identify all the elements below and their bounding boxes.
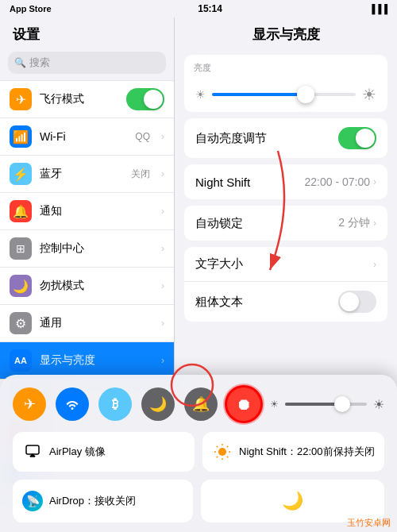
bold-text-row[interactable]: 粗体文本 xyxy=(184,282,387,322)
cc-brightness-area: ☀ ☀ xyxy=(270,397,384,412)
cc-icon-row: ✈ ₿ 🌙 🔔 ⏺ ☀ ☀ xyxy=(13,387,384,421)
search-bar[interactable]: 🔍 搜索 xyxy=(8,52,166,74)
search-placeholder: 搜索 xyxy=(29,56,50,70)
control-icon: ⊞ xyxy=(10,237,32,260)
cc-brightness-low-icon: ☀ xyxy=(270,399,279,410)
status-bar: App Store 15:14 ▐▐▐ xyxy=(0,0,397,17)
night-shift-row[interactable]: Night Shift 22:00 - 07:00 › xyxy=(184,164,387,199)
bluetooth-icon: ⚡ xyxy=(10,163,32,185)
moon-icon: 🌙 xyxy=(282,491,303,511)
sidebar-title: 设置 xyxy=(0,17,174,48)
cc-airplane-btn[interactable]: ✈ xyxy=(13,387,46,421)
sidebar-label-wifi: Wi-Fi xyxy=(40,130,127,143)
cc-bell-btn[interactable]: 🔔 xyxy=(184,387,218,421)
svg-point-3 xyxy=(218,448,226,456)
wifi-icon: 📶 xyxy=(10,125,32,148)
cc-nightshift-label: Night Shift：22:00前保持关闭 xyxy=(239,445,375,459)
airdrop-icon: 📡 xyxy=(22,491,43,511)
sidebar-item-wifi[interactable]: 📶 Wi-Fi QQ › xyxy=(0,118,174,156)
cc-brightness-slider[interactable] xyxy=(285,403,367,406)
brightness-low-icon: ☀ xyxy=(195,88,206,101)
status-right: ▐▐▐ xyxy=(369,4,387,13)
cc-nightshift-btn[interactable]: Night Shift：22:00前保持关闭 xyxy=(202,432,384,472)
cc-moon-btn-bottom[interactable]: 🌙 xyxy=(201,480,384,522)
donotdisturb-icon: 🌙 xyxy=(10,275,32,297)
cc-buttons-row-top: AirPlay 镜像 Night Shift：22:00前保持关闭 xyxy=(13,432,384,472)
sidebar-label-donotdisturb: 勿扰模式 xyxy=(40,279,150,293)
text-size-chevron: › xyxy=(373,259,376,270)
auto-lock-row[interactable]: 自动锁定 2 分钟 › xyxy=(184,206,387,241)
notifications-icon: 🔔 xyxy=(10,200,32,222)
sidebar-label-airplane: 飞行模式 xyxy=(40,92,118,106)
text-size-label: 文字大小 xyxy=(195,256,370,272)
sidebar-label-bluetooth: 蓝牙 xyxy=(40,167,123,181)
sidebar-item-display[interactable]: AA 显示与亮度 › xyxy=(0,342,174,380)
brightness-section-label: 亮度 xyxy=(184,55,387,77)
nightshift-icon xyxy=(212,441,233,462)
auto-lock-value: 2 分钟 xyxy=(338,216,370,230)
general-chevron: › xyxy=(161,318,164,329)
brightness-slider[interactable] xyxy=(212,93,356,96)
bluetooth-chevron: › xyxy=(161,168,164,179)
auto-brightness-group: 自动亮度调节 xyxy=(184,118,387,158)
display-icon: AA xyxy=(10,349,32,372)
night-shift-label: Night Shift xyxy=(195,175,304,189)
cc-airdrop-label: AirDrop：接收关闭 xyxy=(49,494,136,508)
auto-brightness-row[interactable]: 自动亮度调节 xyxy=(184,118,387,158)
donotdisturb-chevron: › xyxy=(161,280,164,291)
night-shift-chevron: › xyxy=(373,176,376,187)
cc-brightness-high-icon: ☀ xyxy=(373,397,384,412)
brightness-group: 亮度 ☀ ☀ xyxy=(184,55,387,112)
cc-record-btn[interactable]: ⏺ xyxy=(227,387,260,421)
cc-airplay-btn[interactable]: AirPlay 镜像 xyxy=(13,432,195,472)
text-group: 文字大小 › 粗体文本 xyxy=(184,247,387,322)
svg-rect-2 xyxy=(26,445,39,454)
sidebar-label-notifications: 通知 xyxy=(40,204,150,218)
general-icon: ⚙ xyxy=(10,312,32,334)
search-icon: 🔍 xyxy=(14,57,26,68)
notifications-chevron: › xyxy=(161,206,164,217)
night-shift-value: 22:00 - 07:00 xyxy=(304,175,370,188)
airplay-icon xyxy=(22,441,43,462)
wifi-chevron: › xyxy=(161,131,164,142)
bold-text-toggle[interactable] xyxy=(338,291,376,313)
panel-title: 显示与亮度 xyxy=(175,17,397,48)
sidebar-item-control[interactable]: ⊞ 控制中心 › xyxy=(0,230,174,268)
bold-text-label: 粗体文本 xyxy=(195,295,338,310)
wifi-value: QQ xyxy=(135,131,150,142)
watermark: 玉竹安卓网 xyxy=(347,517,391,529)
airplane-icon: ✈ xyxy=(10,88,32,110)
sidebar-label-display: 显示与亮度 xyxy=(40,353,150,368)
sidebar-item-airplane[interactable]: ✈ 飞行模式 xyxy=(0,80,174,118)
sidebar-item-donotdisturb[interactable]: 🌙 勿扰模式 › xyxy=(0,268,174,305)
text-size-row[interactable]: 文字大小 › xyxy=(184,247,387,282)
cc-moon-btn[interactable]: 🌙 xyxy=(141,387,175,421)
control-chevron: › xyxy=(161,243,164,254)
night-shift-group: Night Shift 22:00 - 07:00 › xyxy=(184,164,387,199)
auto-lock-chevron: › xyxy=(373,218,376,229)
auto-brightness-toggle[interactable] xyxy=(338,127,376,149)
auto-brightness-label: 自动亮度调节 xyxy=(195,131,338,146)
sidebar-item-notifications[interactable]: 🔔 通知 › xyxy=(0,193,174,230)
control-center-overlay: ✈ ₿ 🌙 🔔 ⏺ ☀ ☀ xyxy=(0,375,397,532)
status-time: 15:14 xyxy=(198,3,222,14)
battery-indicator: ▐▐▐ xyxy=(369,4,387,13)
sidebar-item-bluetooth[interactable]: ⚡ 蓝牙 关闭 › xyxy=(0,156,174,193)
cc-airplay-label: AirPlay 镜像 xyxy=(49,445,106,459)
brightness-row[interactable]: ☀ ☀ xyxy=(184,77,387,112)
cc-bluetooth-btn[interactable]: ₿ xyxy=(98,387,132,421)
sidebar-label-general: 通用 xyxy=(40,316,150,330)
airplane-toggle[interactable] xyxy=(126,88,164,110)
sidebar-label-control: 控制中心 xyxy=(40,241,150,256)
cc-buttons-row-bottom: 📡 AirDrop：接收关闭 🌙 xyxy=(13,480,384,522)
display-chevron: › xyxy=(161,355,164,366)
brightness-high-icon: ☀ xyxy=(362,85,376,104)
cc-airdrop-btn[interactable]: 📡 AirDrop：接收关闭 xyxy=(13,480,193,522)
status-left: App Store xyxy=(10,4,52,13)
bluetooth-value: 关闭 xyxy=(131,168,150,181)
status-app-store: App Store xyxy=(10,4,52,13)
cc-wifi-btn[interactable] xyxy=(56,387,89,421)
auto-lock-label: 自动锁定 xyxy=(195,216,338,231)
sidebar-item-general[interactable]: ⚙ 通用 › xyxy=(0,305,174,342)
auto-lock-group: 自动锁定 2 分钟 › xyxy=(184,206,387,241)
